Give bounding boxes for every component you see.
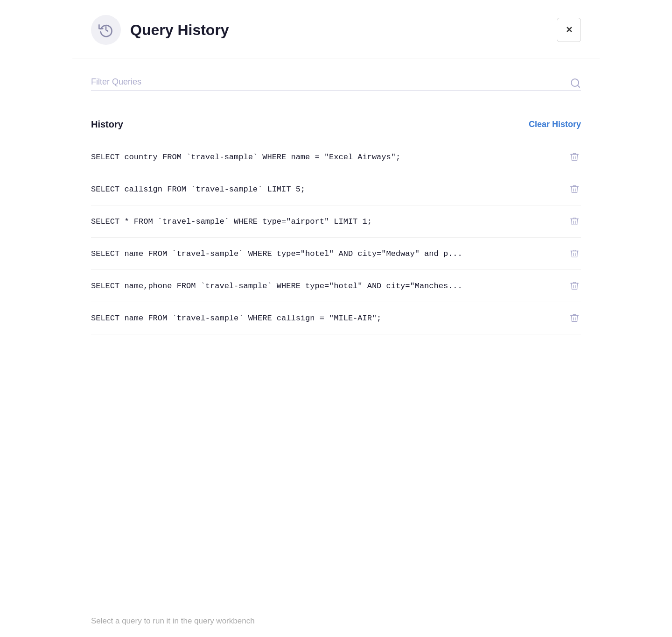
close-button[interactable]: ✕ xyxy=(557,18,581,42)
filter-input[interactable] xyxy=(91,77,581,87)
query-item[interactable]: SELECT country FROM `travel-sample` WHER… xyxy=(91,141,581,173)
search-icon xyxy=(570,78,581,89)
delete-query-button[interactable] xyxy=(568,279,581,292)
history-section: History Clear History SELECT country FRO… xyxy=(72,100,600,605)
header-left: Query History xyxy=(91,15,229,45)
trash-icon xyxy=(569,313,580,323)
trash-icon xyxy=(569,216,580,226)
panel-footer: Select a query to run it in the query wo… xyxy=(72,605,600,637)
history-icon-circle xyxy=(91,15,121,45)
delete-query-button[interactable] xyxy=(568,247,581,260)
query-history-panel: Query History ✕ History Clear History SE… xyxy=(72,0,600,637)
search-icon-wrapper xyxy=(570,78,581,91)
query-text: SELECT country FROM `travel-sample` WHER… xyxy=(91,153,568,162)
delete-query-button[interactable] xyxy=(568,150,581,163)
query-text: SELECT name FROM `travel-sample` WHERE c… xyxy=(91,314,568,323)
query-text: SELECT name,phone FROM `travel-sample` W… xyxy=(91,282,568,290)
delete-query-button[interactable] xyxy=(568,311,581,325)
footer-text: Select a query to run it in the query wo… xyxy=(91,616,255,625)
filter-section xyxy=(72,58,600,100)
filter-input-wrapper xyxy=(91,77,581,91)
trash-icon xyxy=(569,184,580,194)
query-text: SELECT callsign FROM `travel-sample` LIM… xyxy=(91,185,568,194)
query-item[interactable]: SELECT callsign FROM `travel-sample` LIM… xyxy=(91,173,581,205)
query-item[interactable]: SELECT * FROM `travel-sample` WHERE type… xyxy=(91,205,581,238)
panel-header: Query History ✕ xyxy=(72,0,600,58)
trash-icon xyxy=(569,248,580,259)
history-header: History Clear History xyxy=(91,119,581,130)
query-text: SELECT name FROM `travel-sample` WHERE t… xyxy=(91,249,568,258)
query-item[interactable]: SELECT name FROM `travel-sample` WHERE c… xyxy=(91,302,581,334)
trash-icon xyxy=(569,281,580,291)
trash-icon xyxy=(569,152,580,162)
query-text: SELECT * FROM `travel-sample` WHERE type… xyxy=(91,217,568,226)
clear-history-button[interactable]: Clear History xyxy=(529,120,581,129)
query-item[interactable]: SELECT name FROM `travel-sample` WHERE t… xyxy=(91,238,581,270)
close-icon: ✕ xyxy=(566,25,573,35)
query-list: SELECT country FROM `travel-sample` WHER… xyxy=(91,141,581,334)
history-icon xyxy=(98,22,113,37)
history-label: History xyxy=(91,119,123,130)
svg-line-1 xyxy=(578,85,580,87)
page-title: Query History xyxy=(130,21,229,39)
query-item[interactable]: SELECT name,phone FROM `travel-sample` W… xyxy=(91,270,581,302)
delete-query-button[interactable] xyxy=(568,183,581,196)
delete-query-button[interactable] xyxy=(568,215,581,228)
